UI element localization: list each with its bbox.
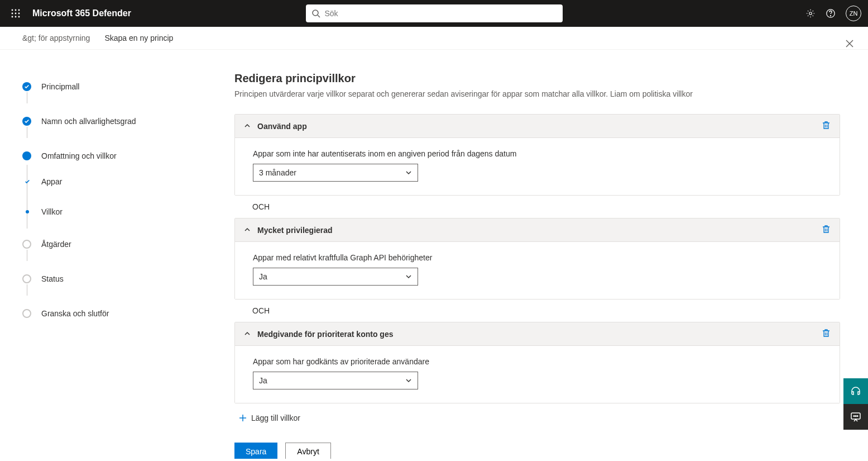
- add-condition-link[interactable]: Lägg till villkor: [239, 414, 300, 422]
- privileged-dropdown[interactable]: Ja: [253, 268, 418, 286]
- delete-icon[interactable]: [822, 121, 831, 131]
- user-avatar[interactable]: ZN: [846, 6, 861, 21]
- svg-point-3: [12, 13, 13, 15]
- svg-point-21: [857, 416, 858, 417]
- svg-line-10: [318, 15, 320, 17]
- dot-icon: [26, 210, 29, 213]
- period-dropdown[interactable]: 3 månader: [253, 164, 418, 182]
- step-label: Omfattning och villkor: [41, 151, 117, 160]
- dropdown-value: 3 månader: [259, 168, 296, 177]
- svg-point-1: [15, 9, 17, 11]
- step-actions[interactable]: Åtgärder: [22, 235, 214, 253]
- chevron-down-icon: [405, 169, 412, 176]
- chevron-up-icon: [244, 122, 251, 131]
- svg-point-5: [18, 13, 20, 15]
- app-title: Microsoft 365 Defender: [32, 8, 131, 18]
- close-icon[interactable]: [842, 36, 857, 53]
- delete-icon[interactable]: [822, 329, 831, 339]
- chevron-up-icon: [244, 330, 251, 339]
- step-label: Åtgärder: [41, 240, 71, 249]
- and-separator: OCH: [234, 196, 840, 218]
- condition-title: Medgivande för prioriterat konto ges: [257, 330, 393, 339]
- condition-header[interactable]: Mycket privilegierad: [235, 218, 840, 241]
- chevron-down-icon: [405, 273, 412, 280]
- svg-point-0: [12, 9, 13, 11]
- panel-title: Redigera principvillkor: [234, 72, 840, 85]
- edit-conditions-panel: Redigera principvillkor Principen utvärd…: [234, 50, 868, 459]
- step-label: Granska och slutför: [41, 309, 109, 318]
- condition-highly-privileged: Mycket privilegierad Appar med relativt …: [234, 218, 840, 300]
- svg-point-6: [12, 16, 13, 18]
- panel-subtitle: Principen utvärderar varje villkor separ…: [234, 89, 840, 98]
- step-label: Principmall: [41, 82, 79, 91]
- condition-title: Oanvänd app: [257, 122, 307, 131]
- search-input[interactable]: [325, 9, 557, 18]
- search-box[interactable]: [306, 4, 563, 22]
- substep-label: Appar: [41, 177, 62, 186]
- condition-header[interactable]: Medgivande för prioriterat konto ges: [235, 322, 840, 345]
- condition-header[interactable]: Oanvänd app: [235, 115, 840, 137]
- consent-dropdown[interactable]: Ja: [253, 372, 418, 389]
- svg-point-20: [855, 416, 856, 417]
- check-icon: [25, 179, 30, 184]
- wizard-stepper: Principmall Namn och allvarlighetsgrad O…: [0, 50, 234, 459]
- condition-unused-app: Oanvänd app Appar som inte har autentise…: [234, 114, 840, 196]
- chevron-up-icon: [244, 226, 251, 235]
- svg-point-4: [15, 13, 17, 15]
- step-template[interactable]: Principmall: [22, 78, 214, 96]
- condition-priority-consent: Medgivande för prioriterat konto ges App…: [234, 322, 840, 403]
- breadcrumb-current: Skapa en ny princip: [104, 34, 173, 42]
- headset-widget-icon[interactable]: [843, 378, 868, 404]
- step-label: Status: [41, 274, 64, 283]
- step-label: Namn och allvarlighetsgrad: [41, 117, 136, 126]
- substep-label: Villkor: [41, 207, 63, 216]
- feedback-widget-icon[interactable]: [843, 404, 868, 430]
- condition-description: Appar med relativt kraftfulla Graph API …: [253, 253, 822, 262]
- cancel-button[interactable]: Avbryt: [285, 443, 330, 459]
- svg-point-19: [853, 416, 855, 417]
- side-widgets: [843, 378, 868, 430]
- delete-icon[interactable]: [822, 225, 831, 235]
- step-scope-conditions[interactable]: Omfattning och villkor: [22, 147, 214, 165]
- and-separator: OCH: [234, 300, 840, 322]
- step-name-severity[interactable]: Namn och allvarlighetsgrad: [22, 112, 214, 130]
- svg-point-8: [18, 16, 20, 18]
- add-condition-label: Lägg till villkor: [251, 414, 300, 422]
- step-status[interactable]: Status: [22, 270, 214, 288]
- plus-icon: [239, 414, 247, 422]
- dropdown-value: Ja: [259, 272, 267, 281]
- chevron-down-icon: [405, 377, 412, 384]
- svg-point-2: [18, 9, 20, 11]
- substep-conditions[interactable]: Villkor: [25, 202, 214, 222]
- svg-point-7: [15, 16, 17, 18]
- breadcrumb: &gt; för appstyrning Skapa en ny princip: [0, 27, 868, 50]
- search-icon: [311, 9, 320, 18]
- dropdown-value: Ja: [259, 376, 267, 385]
- substep-apps[interactable]: Appar: [25, 172, 214, 192]
- svg-point-13: [830, 16, 831, 16]
- help-icon[interactable]: [826, 8, 836, 18]
- svg-point-11: [809, 12, 812, 15]
- save-button[interactable]: Spara: [234, 443, 277, 459]
- svg-point-9: [313, 10, 318, 16]
- condition-description: Appar som har godkänts av prioriterade a…: [253, 357, 822, 366]
- condition-description: Appar som inte har autentiserats inom en…: [253, 149, 822, 158]
- step-review[interactable]: Granska och slutför: [22, 305, 214, 322]
- top-header: Microsoft 365 Defender ZN: [0, 0, 868, 27]
- condition-title: Mycket privilegierad: [257, 226, 333, 235]
- settings-icon[interactable]: [805, 8, 816, 18]
- breadcrumb-parent[interactable]: &gt; för appstyrning: [22, 34, 90, 42]
- app-launcher-icon[interactable]: [7, 4, 25, 22]
